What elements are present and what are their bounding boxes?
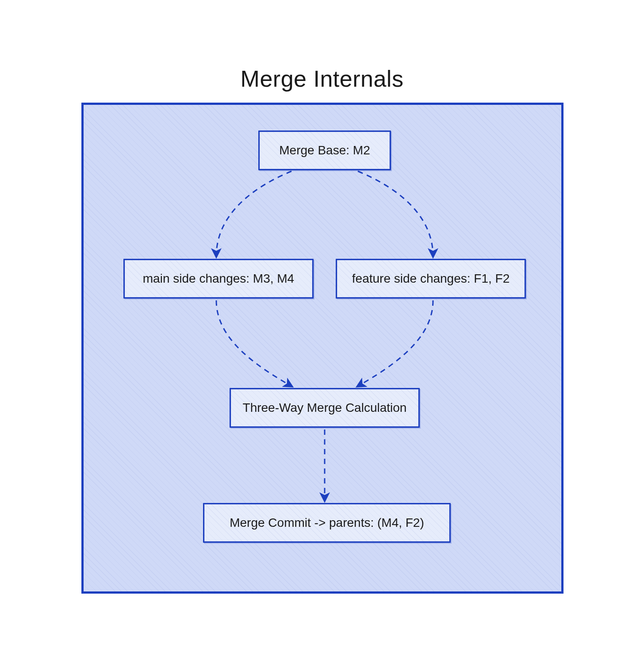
node-merge-base: Merge Base: M2 (258, 130, 391, 170)
node-main-side: main side changes: M3, M4 (123, 259, 314, 299)
node-merge-commit: Merge Commit -> parents: (M4, F2) (203, 503, 451, 543)
diagram-canvas: Merge Internals Merge Base: M2 main side… (0, 0, 644, 656)
diagram-title: Merge Internals (0, 65, 644, 92)
node-merge-commit-label: Merge Commit -> parents: (M4, F2) (230, 516, 424, 530)
edge-feature-to-calc (358, 300, 433, 386)
node-feature-side: feature side changes: F1, F2 (336, 259, 526, 299)
edge-main-to-calc (216, 300, 291, 386)
node-three-way-merge: Three-Way Merge Calculation (230, 388, 420, 428)
node-merge-base-label: Merge Base: M2 (279, 143, 370, 157)
node-feature-side-label: feature side changes: F1, F2 (352, 272, 510, 286)
edge-mergebase-to-feature (358, 171, 433, 256)
diagram-container: Merge Base: M2 main side changes: M3, M4… (81, 103, 564, 594)
node-main-side-label: main side changes: M3, M4 (143, 272, 294, 286)
node-three-way-merge-label: Three-Way Merge Calculation (243, 401, 407, 415)
edge-mergebase-to-main (216, 171, 291, 256)
